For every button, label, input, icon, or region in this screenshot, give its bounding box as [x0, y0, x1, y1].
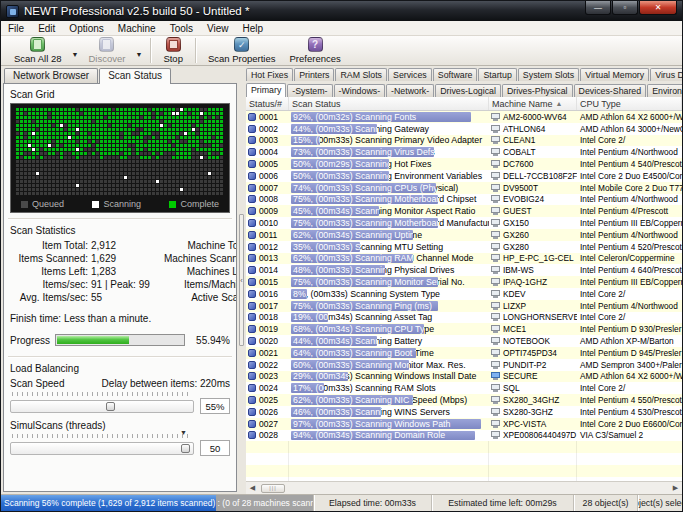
scan-speed-slider[interactable]: [10, 400, 194, 413]
table-row[interactable]: 0006 50%, (00m33s) Scanning Environment …: [246, 170, 682, 182]
row-machine: SQL: [489, 383, 577, 393]
computer-icon: [491, 254, 500, 262]
tab-printers[interactable]: Printers: [294, 68, 334, 81]
tab-hot-fixes[interactable]: Hot Fixes: [246, 68, 293, 81]
scan-status-bar: 50%, (00m29s) Scanning Hot Fixes: [291, 159, 389, 169]
stats-left-column: Item Total:2,912Items Scanned:1,629Items…: [10, 239, 150, 304]
tab-software[interactable]: Software: [433, 68, 478, 81]
table-row[interactable]: 0010 75%, (00m33s) Scanning Motherboard …: [246, 217, 682, 229]
table-row[interactable]: 0014 48%, (00m33s) Scanning Physical Dri…: [246, 264, 682, 276]
table-row[interactable]: 0025 62%, (00m33s) Scanning NIC Speed (M…: [246, 394, 682, 406]
row-scan-status: 19%, (00m34s) Scanning Asset Tag 19%, (0…: [289, 312, 489, 324]
menu-machine[interactable]: Machine: [111, 23, 163, 34]
table-row[interactable]: 0021 64%, (00m33s) Scanning Boot Time 64…: [246, 347, 682, 359]
tab-windows[interactable]: -Windows-: [334, 84, 386, 97]
column-machine-name[interactable]: Machine Name▲: [489, 97, 577, 110]
table-row[interactable]: 0019 68%, (00m34s) Scanning CPU Type 68%…: [246, 323, 682, 335]
tab-ram-slots[interactable]: RAM Slots: [335, 68, 387, 81]
scan-speed-value[interactable]: 55%: [200, 398, 230, 414]
table-row[interactable]: 0015 75%, (00m33s) Scanning Monitor Seri…: [246, 276, 682, 288]
tab-environment[interactable]: Environment: [647, 84, 682, 97]
table-row[interactable]: 0001 92%, (00m32s) Scanning Fonts 92%, (…: [246, 111, 682, 123]
menu-file[interactable]: File: [1, 23, 31, 34]
table-row[interactable]: 0018 19%, (00m34s) Scanning Asset Tag 19…: [246, 312, 682, 324]
menu-edit[interactable]: Edit: [31, 23, 62, 34]
tab-primary[interactable]: Primary: [246, 83, 286, 97]
simulscans-thumb[interactable]: [181, 444, 190, 453]
row-number: 0028: [259, 430, 278, 440]
menu-help[interactable]: Help: [236, 23, 271, 34]
tab-drives-logical[interactable]: Drives-Logical: [435, 84, 501, 97]
menu-tools[interactable]: Tools: [163, 23, 200, 34]
table-row[interactable]: 0024 17%, (00m33s) Scanning RAM Slots 17…: [246, 382, 682, 394]
scan-properties-button[interactable]: Scan Properties: [201, 37, 283, 64]
table-row[interactable]: 0012 35%, (00m33s) Scanning MTU Setting …: [246, 241, 682, 253]
column-status[interactable]: Status/#: [246, 97, 289, 110]
table-row[interactable]: 0017 75%, (00m33s) Scanning Ping (ms) 75…: [246, 300, 682, 312]
table-row[interactable]: 0028 94%, (00m34s) Scanning Domain Role …: [246, 430, 682, 442]
table-row[interactable]: 0022 60%, (00m33s) Scanning Monitor Max.…: [246, 359, 682, 371]
scan-all-dropdown-icon[interactable]: ▼: [69, 51, 82, 58]
table-row[interactable]: 0011 62%, (00m34s) Scanning Uptime 62%, …: [246, 229, 682, 241]
table-row[interactable]: 0026 46%, (00m33s) Scanning WINS Servers…: [246, 406, 682, 418]
toolbar-separator: [195, 38, 196, 63]
table-row[interactable]: 0020 44%, (00m34s) Scanning Battery 44%,…: [246, 335, 682, 347]
tab-virtual-memory[interactable]: Virtual Memory: [580, 68, 649, 81]
maximize-button[interactable]: ▫: [612, 1, 638, 15]
scan-all-icon: [30, 37, 45, 52]
tab-startup[interactable]: Startup: [478, 68, 516, 81]
table-row[interactable]: 0008 75%, (00m33s) Scanning Motherboard …: [246, 194, 682, 206]
title-bar: NEWT Professional v2.5 build 50 - Untitl…: [1, 1, 682, 21]
discover-button[interactable]: Discover: [81, 37, 132, 64]
stop-button[interactable]: Stop: [156, 37, 190, 64]
computer-icon: [491, 396, 500, 404]
tab-services[interactable]: Services: [388, 68, 432, 81]
computer-icon: [491, 408, 500, 416]
row-machine: EVOBIG24: [489, 194, 577, 204]
scrollbar-thumb[interactable]: |||: [261, 484, 285, 493]
menu-options[interactable]: Options: [62, 23, 110, 34]
table-row[interactable]: 0009 45%, (00m34s) Scanning Monitor Aspe…: [246, 205, 682, 217]
machine-name: GX150: [503, 218, 529, 228]
simulscans-slider[interactable]: [10, 442, 194, 455]
simulscans-row: SimulScans (threads): [10, 420, 230, 431]
table-row[interactable]: 0004 73%, (00m33s) Scanning Virus Defs 7…: [246, 146, 682, 158]
tab-system-slots[interactable]: System Slots: [518, 68, 579, 81]
tab-devices-shared[interactable]: Devices-Shared: [574, 84, 647, 97]
discover-icon: [99, 37, 114, 52]
table-row[interactable]: 0023 29%, (00m34s) Scanning Windows Inst…: [246, 371, 682, 383]
sort-ascending-icon: ▲: [556, 100, 563, 107]
simulscans-value[interactable]: 50: [200, 440, 230, 456]
table-row[interactable]: 0027 97%, (00m33s) Scanning Windows Path…: [246, 418, 682, 430]
scan-status-bar: 60%, (00m33s) Scanning Monitor Max. Res.: [291, 360, 409, 370]
scan-properties-icon: [234, 37, 249, 52]
pane-splitter[interactable]: ‹: [237, 66, 246, 494]
tab-network[interactable]: -Network-: [386, 84, 434, 97]
tab-drives-physical[interactable]: Drives-Physical: [502, 84, 573, 97]
column-scan-status[interactable]: Scan Status: [289, 97, 489, 110]
collapse-pane-button[interactable]: ‹: [239, 214, 244, 346]
tab-virus-definitions[interactable]: Virus Definitions: [650, 68, 682, 81]
preferences-button[interactable]: Preferences: [283, 37, 348, 64]
tab-scan-status[interactable]: Scan Status: [99, 68, 171, 84]
row-number: 0004: [259, 147, 278, 157]
table-row[interactable]: 0007 74%, (00m33s) Scanning CPUs (Physic…: [246, 182, 682, 194]
tab-network-browser[interactable]: Network Browser: [4, 68, 98, 83]
statusbar-elapsed: Elapsed time: 00m33s: [313, 495, 431, 511]
scan-speed-thumb[interactable]: [106, 402, 115, 411]
table-row[interactable]: 0013 62%, (00m33s) Scanning RAM Channel …: [246, 253, 682, 265]
menu-view[interactable]: View: [200, 23, 236, 34]
column-cpu-type[interactable]: CPU Type: [577, 97, 682, 110]
table-row[interactable]: 0016 8%, (00m33s) Scanning System Type 8…: [246, 288, 682, 300]
close-button[interactable]: ✕: [639, 1, 677, 15]
table-row[interactable]: 0003 15%, (00m33s) Scanning Primary Vide…: [246, 135, 682, 147]
horizontal-scrollbar[interactable]: ◀ ||| ▶: [246, 481, 682, 494]
tab-system[interactable]: -System-: [287, 84, 332, 97]
scroll-right-icon[interactable]: ▶: [669, 482, 682, 494]
minimize-button[interactable]: —: [585, 1, 611, 15]
discover-dropdown-icon[interactable]: ▼: [132, 51, 145, 58]
scroll-left-icon[interactable]: ◀: [246, 482, 259, 494]
scan-all-button[interactable]: Scan All 28: [7, 37, 69, 64]
table-row[interactable]: 0002 44%, (00m33s) Scanning Gateway 44%,…: [246, 123, 682, 135]
table-row[interactable]: 0005 50%, (00m29s) Scanning Hot Fixes 50…: [246, 158, 682, 170]
